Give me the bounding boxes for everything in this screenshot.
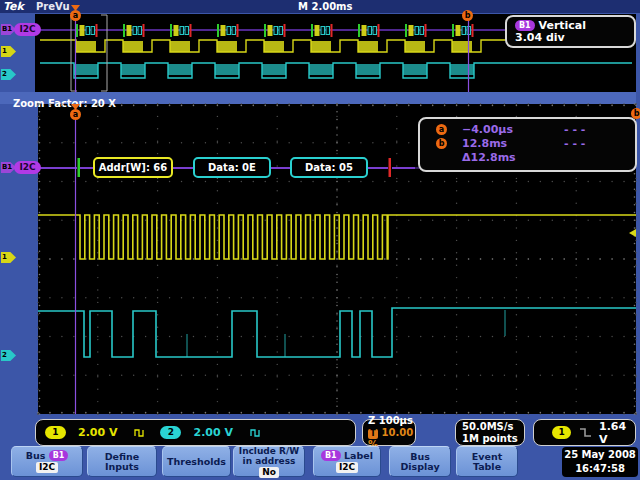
cursor-delta-value: Δ12.8ms xyxy=(462,151,564,164)
ch1-coupling-icon xyxy=(134,428,146,437)
oscilloscope-screen: Tek PreVu M 2.00ms Zoom Factor: 20 X B1 … xyxy=(0,0,640,480)
datetime-readout: 25 May 2008 16:47:58 xyxy=(562,447,638,477)
menu-button-bus[interactable]: Bus B1 I2C xyxy=(11,446,83,477)
b1-badge: B1 xyxy=(49,450,69,461)
zoom-cursor-a-marker: a xyxy=(70,109,81,120)
channel-readout-box: 1 2.00 V 2 2.00 V xyxy=(35,419,356,446)
define-inputs-label-1: Define xyxy=(88,452,156,462)
tek-logo: Tek xyxy=(3,0,24,13)
zoom-factor-bar: Zoom Factor: 20 X xyxy=(0,92,636,104)
overview-bus-label: I2C xyxy=(14,23,41,36)
sample-rate-readout: 50.0MS/s xyxy=(462,421,513,433)
acquisition-mode-label: PreVu xyxy=(36,0,70,13)
record-length-readout: 1M points xyxy=(462,433,518,445)
cursor-readout-box: a −4.00µs - - - b 12.8ms - - - Δ12.8ms xyxy=(418,117,637,172)
cursor-b-icon: b xyxy=(436,138,447,149)
menu-button-label[interactable]: B1 Label I2C xyxy=(313,446,381,477)
ch2-icon: 2 xyxy=(160,426,181,439)
trigger-readout-box: 1 1.64 V xyxy=(533,419,636,446)
ch2-coupling-icon xyxy=(250,428,262,437)
vertical-value: 3.04 div xyxy=(507,32,634,44)
cursor-a-aux: - - - xyxy=(564,123,635,136)
ch1-icon: 1 xyxy=(45,426,66,439)
zoom-ch2-tag: 2 xyxy=(1,350,16,361)
cursor-a-icon: a xyxy=(436,124,447,135)
cursor-a-row: a −4.00µs - - - xyxy=(420,122,635,136)
zoom-bus-label: I2C xyxy=(14,161,41,174)
acquisition-readout-box: 50.0MS/s 1M points xyxy=(455,419,525,446)
cursor-b-row: b 12.8ms - - - xyxy=(420,136,635,150)
i2c-data-decode-box: Data: 05 xyxy=(290,157,368,178)
label-button-text: Label xyxy=(344,450,373,461)
cursor-delta-row: Δ12.8ms xyxy=(420,150,635,164)
zoom-cursor-b-marker: b xyxy=(631,108,640,119)
i2c-data-decode-box: Data: 0E xyxy=(193,157,271,178)
b1-badge: B1 xyxy=(321,450,341,461)
cursor-b-marker: b xyxy=(462,10,473,21)
ch1-scale-readout: 2.00 V xyxy=(78,426,117,439)
ch2-scale-readout: 2.00 V xyxy=(193,426,232,439)
overview-ch1-tag: 1 xyxy=(1,46,16,57)
cursor-b-aux: - - - xyxy=(564,137,635,150)
bus-button-label: Bus xyxy=(26,450,46,461)
overview-ch2-tag: 2 xyxy=(1,69,16,80)
include-rw-label-1: Include R/W xyxy=(234,446,304,456)
zoom-ch1-tag: 1 xyxy=(1,252,16,263)
bus-display-label: Bus Display xyxy=(390,452,450,472)
trigger-level-readout: 1.64 V xyxy=(599,420,635,446)
main-timebase-readout: M 2.00ms xyxy=(298,0,352,13)
event-table-label: Event Table xyxy=(457,452,517,472)
b1-badge: B1 xyxy=(515,20,535,31)
zoom-scale-readout: Z 100µs xyxy=(368,415,413,427)
define-inputs-label-2: Inputs xyxy=(88,462,156,472)
zoom-factor-label: Zoom Factor: 20 X xyxy=(0,98,116,109)
cursor-a-marker: a xyxy=(70,10,81,21)
top-status-bar: Tek PreVu M 2.00ms xyxy=(0,0,640,13)
bus-type-chip: I2C xyxy=(36,462,58,473)
trigger-position-icon: T xyxy=(368,429,378,439)
include-rw-label-2: in address xyxy=(234,456,304,466)
date-readout: 25 May 2008 xyxy=(562,448,638,462)
zoom-scale-readout-box: Z 100µs T 10.00 % xyxy=(362,419,416,446)
menu-button-define-inputs[interactable]: Define Inputs xyxy=(87,446,157,477)
menu-button-thresholds[interactable]: Thresholds xyxy=(162,446,231,477)
cursor-a-value: −4.00µs xyxy=(462,123,564,136)
menu-button-bus-display[interactable]: Bus Display xyxy=(389,446,451,477)
menu-button-event-table[interactable]: Event Table xyxy=(456,446,518,477)
time-readout: 16:47:58 xyxy=(562,462,638,476)
menu-button-include-rw[interactable]: Include R/W in address No xyxy=(233,446,305,477)
falling-edge-icon xyxy=(579,427,591,438)
cursor-b-value: 12.8ms xyxy=(462,137,564,150)
label-value-chip: I2C xyxy=(336,462,358,473)
trigger-source-icon: 1 xyxy=(552,426,571,439)
include-rw-value-chip: No xyxy=(259,467,279,478)
i2c-address-decode-box: Addr[W]: 66 xyxy=(93,157,173,178)
bus-vertical-readout: B1 Vertical 3.04 div xyxy=(505,15,636,48)
thresholds-label: Thresholds xyxy=(163,457,230,467)
